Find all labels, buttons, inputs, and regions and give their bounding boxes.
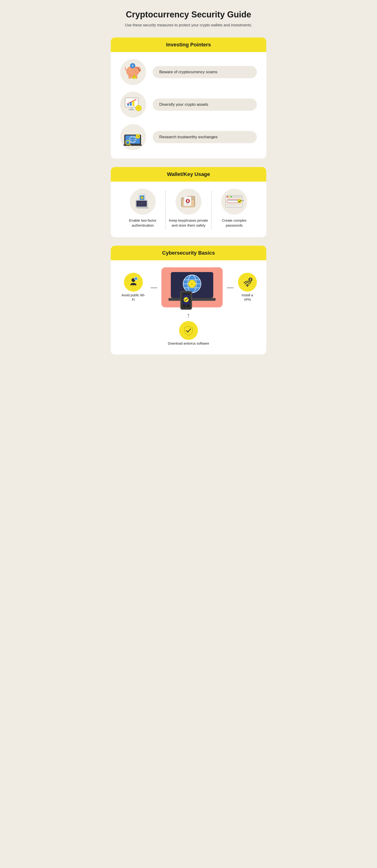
down-arrow: ↑ bbox=[187, 312, 190, 319]
list-item: ¢ Diversify your crypto assets bbox=[120, 92, 257, 118]
list-item: *********** Create complex passwords bbox=[211, 189, 257, 228]
cyber-item-label: Avoid public Wi-Fi bbox=[120, 293, 146, 302]
list-item: Download antivirus software bbox=[168, 321, 209, 346]
svg-point-61 bbox=[230, 196, 232, 197]
chart-coin-icon: ¢ bbox=[120, 92, 146, 118]
cyber-body: i Avoid public Wi-Fi — bbox=[111, 260, 266, 354]
page-title: Cryptocurrency Security Guide bbox=[111, 9, 266, 20]
wifi-lock-icon bbox=[238, 273, 257, 291]
svg-point-42 bbox=[142, 198, 143, 198]
device-wrapper: ¢ bbox=[162, 267, 223, 307]
list-item: Research trustworthy exchanges bbox=[120, 124, 257, 150]
svg-point-45 bbox=[139, 203, 140, 204]
svg-rect-53 bbox=[187, 201, 188, 202]
svg-rect-7 bbox=[129, 75, 131, 79]
svg-rect-85 bbox=[250, 279, 251, 281]
wallet-grid: Enable two-factor authentication bbox=[120, 189, 257, 229]
svg-point-6 bbox=[138, 68, 139, 69]
wallet-item-label: Create complex passwords bbox=[214, 218, 255, 228]
page-subtitle: Use these security measures to protect y… bbox=[111, 22, 266, 28]
svg-rect-32 bbox=[123, 145, 142, 146]
investing-section: Investing Pointers bbox=[111, 37, 266, 158]
svg-point-47 bbox=[144, 203, 145, 204]
cyber-top-row: i Avoid public Wi-Fi — bbox=[120, 267, 257, 307]
laptop-display: ¢ bbox=[162, 267, 223, 307]
2fa-icon bbox=[130, 189, 156, 215]
separator: — bbox=[151, 284, 157, 291]
svg-point-64 bbox=[238, 199, 241, 203]
wallet-item-label: Keep keyphrases private and store them s… bbox=[168, 218, 209, 228]
svg-point-83 bbox=[247, 285, 248, 287]
svg-point-81 bbox=[185, 305, 187, 306]
svg-text:¢: ¢ bbox=[132, 65, 133, 67]
svg-rect-48 bbox=[137, 208, 149, 209]
shield-icon bbox=[179, 321, 198, 340]
wallet-item-label: Enable two-factor authentication bbox=[122, 218, 163, 228]
investing-item-label: Beware of cryptocurrency scams bbox=[153, 66, 257, 78]
wifi-person-icon: i bbox=[124, 273, 143, 291]
svg-rect-78 bbox=[169, 298, 215, 301]
investing-header: Investing Pointers bbox=[111, 37, 266, 52]
svg-point-60 bbox=[229, 196, 230, 197]
phone-overlay bbox=[180, 291, 192, 310]
svg-point-46 bbox=[141, 203, 142, 204]
svg-point-4 bbox=[139, 70, 139, 70]
investing-item-label: Research trustworthy exchanges bbox=[153, 131, 257, 143]
list-item: Install a VPN bbox=[238, 273, 257, 302]
cyber-section: Cybersecurity Basics i bbox=[111, 246, 266, 354]
investing-body: ¢ ! Beware of cryptocurrency scams bbox=[111, 52, 266, 158]
svg-text:¢: ¢ bbox=[138, 106, 140, 110]
password-icon: *********** bbox=[221, 189, 247, 215]
investing-item-label: Diversify your crypto assets bbox=[153, 98, 257, 111]
wallet-section: Wallet/Key Usage bbox=[111, 167, 266, 237]
globe-laptop-icon bbox=[120, 124, 146, 150]
svg-point-3 bbox=[138, 69, 141, 71]
piggy-scam-icon: ¢ ! bbox=[120, 59, 146, 85]
list-item: Keep keyphrases private and store them s… bbox=[166, 189, 211, 228]
cyber-layout: i Avoid public Wi-Fi — bbox=[120, 267, 257, 346]
svg-text:¢: ¢ bbox=[191, 282, 193, 286]
svg-point-5 bbox=[140, 70, 140, 70]
svg-text:i: i bbox=[136, 278, 136, 280]
svg-point-59 bbox=[227, 196, 228, 197]
svg-rect-21 bbox=[130, 107, 133, 109]
list-item: ¢ ! Beware of cryptocurrency scams bbox=[120, 59, 257, 85]
cyber-main-device: ¢ bbox=[162, 267, 223, 307]
cyber-item-label: Install a VPN bbox=[238, 293, 257, 302]
wallet-body: Enable two-factor authentication bbox=[111, 182, 266, 237]
list-item: i Avoid public Wi-Fi bbox=[120, 273, 146, 302]
list-item: Enable two-factor authentication bbox=[120, 189, 166, 228]
wallet-header: Wallet/Key Usage bbox=[111, 167, 266, 182]
svg-point-2 bbox=[136, 67, 138, 68]
svg-text:!: ! bbox=[134, 75, 135, 78]
separator: — bbox=[227, 284, 233, 291]
keyphrase-icon bbox=[176, 189, 201, 215]
svg-rect-22 bbox=[129, 109, 134, 110]
cyber-header: Cybersecurity Basics bbox=[111, 246, 266, 260]
cyber-item-label: Download antivirus software bbox=[168, 341, 209, 346]
